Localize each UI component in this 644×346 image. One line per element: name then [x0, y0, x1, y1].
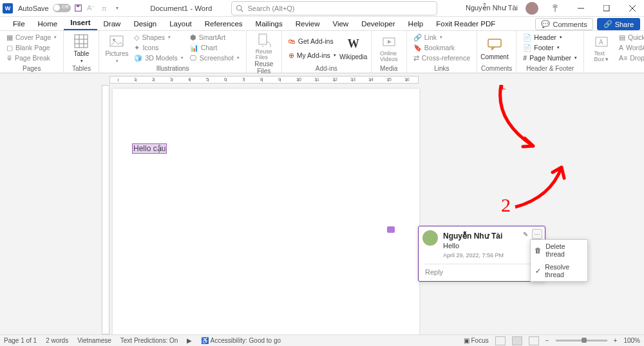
tab-mailings[interactable]: Mailings: [249, 18, 289, 30]
icons-button[interactable]: ✦ Icons: [131, 42, 185, 53]
read-mode-button[interactable]: [495, 336, 506, 345]
svg-rect-8: [75, 35, 88, 48]
svg-point-2: [237, 5, 242, 10]
trash-icon: 🗑: [535, 246, 542, 254]
online-videos-button[interactable]: OnlineVideos: [375, 32, 402, 64]
chart-button[interactable]: 📊 Chart: [187, 42, 242, 53]
comment-more-button[interactable]: ⋯: [532, 229, 542, 239]
focus-mode-button[interactable]: ▣ Focus: [464, 337, 489, 344]
resolve-thread-item[interactable]: ✓ Resolve thread: [531, 260, 587, 281]
status-accessibility[interactable]: ♿ Accessibility: Good to go: [201, 337, 281, 344]
commented-text-selection[interactable]: Hello cậu: [132, 143, 167, 154]
delete-thread-item[interactable]: 🗑 Delete thread: [531, 240, 587, 260]
tab-design[interactable]: Design: [127, 18, 163, 30]
user-avatar[interactable]: [526, 2, 538, 15]
svg-text:A: A: [599, 39, 603, 46]
shapes-button[interactable]: ◇ Shapes▾: [131, 32, 185, 42]
footer-button[interactable]: 📄 Footer▾: [520, 42, 580, 53]
wikipedia-button[interactable]: W Wikipedia: [340, 32, 367, 64]
svg-rect-15: [259, 34, 267, 44]
3d-models-button[interactable]: 🧊 3D Models▾: [131, 53, 185, 63]
search-icon: [236, 5, 243, 12]
svg-rect-17: [488, 39, 501, 47]
textbox-icon: A: [594, 34, 609, 50]
pictures-button[interactable]: Pictures▾: [103, 32, 130, 64]
comment-reply-input[interactable]: Reply: [425, 264, 538, 278]
comment-button[interactable]: Comment: [481, 32, 508, 64]
print-layout-button[interactable]: [512, 336, 522, 345]
tab-home[interactable]: Home: [32, 18, 64, 30]
horizontal-ruler[interactable]: 12345678910111213141516: [0, 75, 644, 85]
tab-view[interactable]: View: [326, 18, 355, 30]
link-button[interactable]: 🔗 Link▾: [411, 32, 473, 42]
get-addins-button[interactable]: 🛍 Get Add-ins: [286, 36, 339, 46]
svg-line-3: [242, 10, 243, 12]
share-icon: 🔗: [603, 20, 612, 28]
qat-font-icon[interactable]: A⁻: [86, 3, 97, 14]
quick-parts-button[interactable]: ▤ Quick Parts▾: [616, 32, 644, 42]
tab-developer[interactable]: Developer: [355, 18, 401, 30]
web-layout-button[interactable]: [529, 336, 539, 345]
tab-foxit[interactable]: Foxit Reader PDF: [430, 18, 502, 30]
tab-help[interactable]: Help: [402, 18, 430, 30]
ribbon-tabs: File Home Insert Draw Design Layout Refe…: [0, 17, 644, 31]
text-box-button[interactable]: A TextBox ▾: [588, 32, 615, 64]
status-words[interactable]: 2 words: [46, 337, 68, 344]
zoom-level[interactable]: 100%: [623, 337, 640, 344]
video-icon: [381, 34, 397, 50]
status-bar: Page 1 of 1 2 words Vietnamese Text Pred…: [0, 334, 644, 346]
drop-cap-button[interactable]: A≡ Drop Cap▾: [616, 53, 644, 63]
zoom-slider[interactable]: [556, 340, 607, 341]
tab-review[interactable]: Review: [289, 18, 327, 30]
document-page[interactable]: Hello cậu: [113, 89, 419, 334]
smartart-button[interactable]: ⬢ SmartArt: [187, 32, 242, 42]
status-predictions[interactable]: Text Predictions: On: [120, 337, 178, 344]
word-app-icon: W: [3, 3, 13, 14]
table-button[interactable]: Table▾: [68, 32, 95, 64]
minimize-button[interactable]: [572, 0, 590, 17]
screenshot-button[interactable]: 🖵 Screenshot▾: [187, 53, 242, 63]
save-icon[interactable]: [73, 3, 84, 14]
zoom-out-button[interactable]: −: [545, 337, 549, 344]
annotation-number-1: 1: [497, 85, 507, 94]
share-button[interactable]: 🔗Share: [597, 18, 640, 30]
cover-page-button[interactable]: ▦ Cover Page▾: [4, 32, 59, 42]
vertical-ruler[interactable]: [102, 85, 109, 334]
tab-references[interactable]: References: [198, 18, 249, 30]
status-page[interactable]: Page 1 of 1: [4, 337, 37, 344]
page-number-button[interactable]: # Page Number▾: [520, 53, 580, 63]
qat-customize-icon[interactable]: ▾: [112, 3, 122, 14]
my-addins-button[interactable]: ⊕ My Add-ins▾: [286, 50, 339, 60]
page-break-button[interactable]: ⤋ Page Break: [4, 53, 59, 63]
wordart-button[interactable]: A WordArt▾: [616, 42, 644, 53]
comments-button[interactable]: 💬Comments: [535, 18, 592, 30]
close-button[interactable]: [623, 0, 641, 17]
group-pages-label: Pages: [4, 65, 59, 73]
tab-draw[interactable]: Draw: [97, 18, 128, 30]
bookmark-button[interactable]: 🔖 Bookmark: [411, 42, 473, 53]
qat-equation-icon[interactable]: π: [99, 3, 109, 14]
comment-card[interactable]: ✎ ⋯ Nguyễn Như Tài Hello April 29, 2022,…: [418, 226, 545, 282]
autosave-label: AutoSave: [18, 5, 49, 12]
zoom-in-button[interactable]: +: [614, 337, 618, 344]
comment-anchor-icon[interactable]: [387, 226, 395, 233]
svg-point-14: [113, 39, 115, 41]
tab-insert[interactable]: Insert: [64, 17, 97, 30]
ribbon-display-icon[interactable]: [546, 0, 564, 17]
reuse-files-button[interactable]: ReuseFiles: [251, 32, 278, 60]
search-input[interactable]: Search (Alt+Q): [231, 1, 437, 15]
check-icon: ✓: [535, 267, 541, 275]
status-macro-icon[interactable]: ▶: [187, 337, 192, 344]
tab-file[interactable]: File: [6, 18, 32, 30]
blank-page-button[interactable]: ▢ Blank Page: [4, 42, 59, 53]
autosave-toggle[interactable]: Off: [53, 4, 71, 12]
comment-edit-icon[interactable]: ✎: [520, 229, 531, 239]
cross-reference-button[interactable]: ⇄ Cross-reference: [411, 53, 473, 63]
svg-rect-5: [603, 5, 609, 11]
tab-layout[interactable]: Layout: [163, 18, 198, 30]
comment-icon: [487, 37, 502, 52]
maximize-button[interactable]: [598, 0, 616, 17]
status-language[interactable]: Vietnamese: [77, 337, 111, 344]
comment-body: Hello: [443, 242, 538, 250]
header-button[interactable]: 📄 Header▾: [520, 32, 580, 42]
